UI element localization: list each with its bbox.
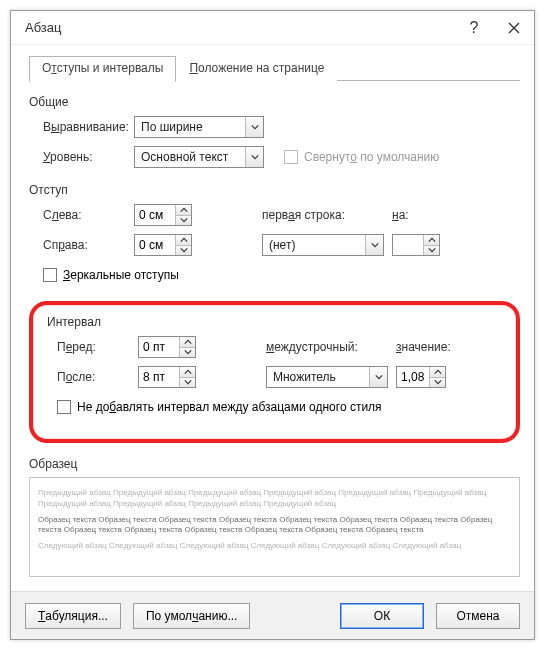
spacing-before-label: Перед: [43, 340, 138, 354]
spacing-at-spinner[interactable]: 1,08 [396, 366, 446, 388]
help-button[interactable]: ? [454, 11, 494, 45]
sample-next: Следующий абзац Следующий абзац Следующи… [38, 541, 511, 552]
level-combo[interactable]: Основной текст [134, 146, 264, 168]
line-spacing-combo[interactable]: Множитель [266, 366, 388, 388]
line-spacing-label: междустрочный: [266, 340, 396, 354]
default-button[interactable]: По умолчанию... [133, 603, 250, 629]
chevron-down-icon [369, 367, 387, 387]
level-label: Уровень: [29, 150, 134, 164]
dialog-footer: Табуляция... По умолчанию... ОК Отмена [11, 591, 534, 639]
group-general: Общие Выравнивание: По ширине Уровень: О… [29, 95, 520, 169]
tabs-button[interactable]: Табуляция... [25, 603, 121, 629]
spacing-at-label: значение: [396, 340, 451, 354]
spinner-down-icon[interactable] [176, 216, 191, 226]
spinner-up-icon[interactable] [180, 337, 195, 348]
no-space-same-style-checkbox[interactable]: Не добавлять интервал между абзацами одн… [57, 400, 382, 414]
chevron-down-icon [245, 147, 263, 167]
mirror-indents-checkbox[interactable]: Зеркальные отступы [43, 268, 179, 282]
paragraph-dialog: Абзац ? Отступы и интервалы Положение на… [10, 10, 535, 640]
spinner-down-icon[interactable] [180, 348, 195, 358]
group-sample-label: Образец [29, 457, 520, 471]
group-indent: Отступ Слева: 0 см первая строка: на: [29, 183, 520, 287]
close-button[interactable] [494, 11, 534, 45]
spinner-down-icon[interactable] [176, 246, 191, 256]
alignment-label: Выравнивание: [29, 120, 134, 134]
spinner-up-icon[interactable] [180, 367, 195, 378]
indent-right-label: Справа: [29, 238, 134, 252]
first-line-combo[interactable]: (нет) [262, 234, 384, 256]
indent-left-label: Слева: [29, 208, 134, 222]
group-sample: Образец Предыдущий абзац Предыдущий абза… [29, 457, 520, 577]
group-indent-label: Отступ [29, 183, 520, 197]
first-line-label: первая строка: [262, 208, 392, 222]
spinner-up-icon[interactable] [176, 235, 191, 246]
tab-indents[interactable]: Отступы и интервалы [29, 56, 176, 82]
indent-right-spinner[interactable]: 0 см [134, 234, 192, 256]
group-spacing-highlight: Интервал Перед: 0 пт междустрочный: знач… [29, 301, 520, 443]
spinner-up-icon[interactable] [430, 367, 445, 378]
spinner-down-icon[interactable] [424, 246, 439, 256]
indent-by-label: на: [392, 208, 409, 222]
spacing-after-spinner[interactable]: 8 пт [138, 366, 196, 388]
indent-by-spinner[interactable] [392, 234, 440, 256]
spinner-down-icon[interactable] [180, 378, 195, 388]
tab-bar: Отступы и интервалы Положение на страниц… [29, 55, 520, 81]
sample-preview: Предыдущий абзац Предыдущий абзац Предыд… [29, 477, 520, 577]
spacing-before-spinner[interactable]: 0 пт [138, 336, 196, 358]
tab-position[interactable]: Положение на странице [176, 56, 337, 82]
chevron-down-icon [245, 117, 263, 137]
cancel-button[interactable]: Отмена [436, 603, 520, 629]
dialog-title: Абзац [25, 20, 454, 35]
spinner-up-icon[interactable] [176, 205, 191, 216]
spacing-after-label: После: [43, 370, 138, 384]
chevron-down-icon [365, 235, 383, 255]
sample-mid: Образец текста Образец текста Образец те… [38, 515, 511, 537]
ok-button[interactable]: ОК [340, 603, 424, 629]
indent-left-spinner[interactable]: 0 см [134, 204, 192, 226]
titlebar: Абзац ? [11, 11, 534, 45]
group-spacing-label: Интервал [47, 315, 506, 329]
spinner-up-icon[interactable] [424, 235, 439, 246]
alignment-combo[interactable]: По ширине [134, 116, 264, 138]
collapse-checkbox: Свернуто по умолчанию [284, 150, 439, 164]
group-general-label: Общие [29, 95, 520, 109]
spinner-down-icon[interactable] [430, 378, 445, 388]
sample-prev: Предыдущий абзац Предыдущий абзац Предыд… [38, 488, 511, 510]
